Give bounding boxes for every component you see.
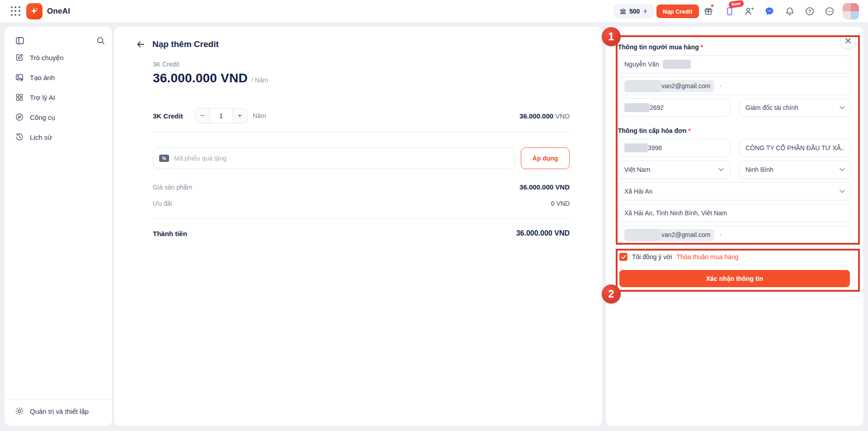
sidebar-collapse-icon[interactable] <box>15 36 25 46</box>
line-amount-value: 36.000.000 <box>519 112 553 120</box>
voucher-ticket-icon: % <box>159 155 169 162</box>
oneai-logo-icon[interactable] <box>26 3 42 19</box>
invite-user-icon[interactable] <box>744 6 754 16</box>
total-label: Thành tiền <box>153 230 187 237</box>
annotation-badge-1: 1 <box>602 27 621 46</box>
quantity-plan-label: 3K Credit <box>153 112 195 120</box>
new-badge: New <box>728 0 744 8</box>
price-value: 36.000.000 VND <box>153 71 248 85</box>
voucher-code-input[interactable] <box>153 147 515 169</box>
page-title: Nạp thêm Credit <box>152 39 219 49</box>
total-value: 36.000.000 VND <box>516 229 570 237</box>
credit-balance-value: 500 <box>629 8 640 15</box>
apply-voucher-button[interactable]: Áp dụng <box>521 147 570 169</box>
total-row: Thành tiền 36.000.000 VND <box>153 229 570 237</box>
discount-row: Ưu đãi 0 VND <box>153 200 570 207</box>
line-amount: 36.000.000 VND <box>519 112 570 120</box>
sidebar-footer-label: Quản trị và thiết lập <box>30 407 89 415</box>
divider <box>153 218 570 219</box>
sidebar-item-image-gen[interactable]: Tạo ảnh <box>5 68 112 86</box>
more-options-icon[interactable] <box>825 6 835 16</box>
notifications-bell-icon[interactable] <box>785 6 795 16</box>
quantity-plus-button[interactable]: + <box>233 109 247 123</box>
sidebar-item-label: Tạo ảnh <box>30 74 55 81</box>
voucher-row: % Áp dụng <box>153 147 570 169</box>
help-icon[interactable]: ? <box>805 6 815 16</box>
line-amount-currency: VND <box>555 112 570 120</box>
sidebar-item-chat[interactable]: Trò chuyện <box>5 48 112 66</box>
product-price-label: Giá sản phẩm <box>153 184 192 191</box>
sidebar-item-label: Trợ lý AI <box>30 94 55 101</box>
quantity-minus-button[interactable]: − <box>195 109 209 123</box>
discount-value: 0 VND <box>551 200 570 207</box>
quantity-row: 3K Credit − 1 + Năm 36.000.000 VND <box>153 108 570 123</box>
back-arrow-icon[interactable] <box>136 39 146 49</box>
app-grid-menu-icon[interactable] <box>11 6 21 16</box>
discount-label: Ưu đãi <box>153 200 172 207</box>
voucher-input-wrapper: % <box>153 147 515 169</box>
annotation-rect-step1 <box>616 35 860 245</box>
sidebar-item-history[interactable]: Lịch sử <box>5 128 112 146</box>
svg-text:?: ? <box>808 9 811 14</box>
quantity-unit: Năm <box>253 112 266 119</box>
plan-price: 36.000.000 VND / Năm <box>153 71 268 85</box>
price-period: / Năm <box>251 76 268 84</box>
sidebar-item-label: Công cụ <box>30 114 55 121</box>
topup-credit-button[interactable]: Nạp Credit <box>656 5 699 18</box>
annotation-badge-2: 2 <box>602 284 621 303</box>
annotation-rect-step2 <box>616 249 860 292</box>
product-price-row: Giá sản phẩm 36.000.000 VND <box>153 183 570 191</box>
image-plus-icon <box>15 73 24 82</box>
search-icon[interactable] <box>96 36 106 46</box>
grid-2x2-icon <box>15 93 24 102</box>
credit-balance-pill[interactable]: 500 <box>614 5 654 18</box>
compose-icon <box>15 53 24 62</box>
quantity-value[interactable]: 1 <box>209 109 233 123</box>
gift-notification-dot <box>711 4 714 7</box>
gear-icon <box>15 407 24 416</box>
bolt-icon <box>642 8 649 14</box>
sidebar-item-label: Lịch sử <box>30 133 52 141</box>
whats-new-phone-icon[interactable] <box>724 6 734 16</box>
sidebar-divider <box>5 399 112 400</box>
sidebar-item-admin-settings[interactable]: Quản trị và thiết lập <box>15 407 89 416</box>
sidebar-item-label: Trò chuyện <box>30 54 63 62</box>
bank-icon <box>619 8 627 15</box>
product-price-value: 36.000.000 VND <box>519 183 570 191</box>
chat-support-icon[interactable] <box>764 6 774 16</box>
sidebar-item-ai-assistant[interactable]: Trợ lý AI <box>5 88 112 106</box>
topup-main-panel: Nạp thêm Credit 3K Credit 36.000.000 VND… <box>114 27 602 426</box>
history-clock-icon <box>15 133 24 142</box>
plan-name-label: 3K Credit <box>153 61 179 68</box>
sidebar-item-tools[interactable]: Công cụ <box>5 108 112 126</box>
quantity-stepper: − 1 + <box>195 108 247 123</box>
top-header: OneAI 500 Nạp Credit New ? <box>0 0 868 23</box>
divider <box>153 132 570 133</box>
user-avatar[interactable] <box>843 3 859 19</box>
compass-icon <box>15 113 24 122</box>
app-name: OneAI <box>47 0 70 23</box>
sidebar: Trò chuyện Tạo ảnh Trợ lý AI Công cụ Lịc… <box>5 27 112 426</box>
gift-icon[interactable] <box>703 6 713 16</box>
